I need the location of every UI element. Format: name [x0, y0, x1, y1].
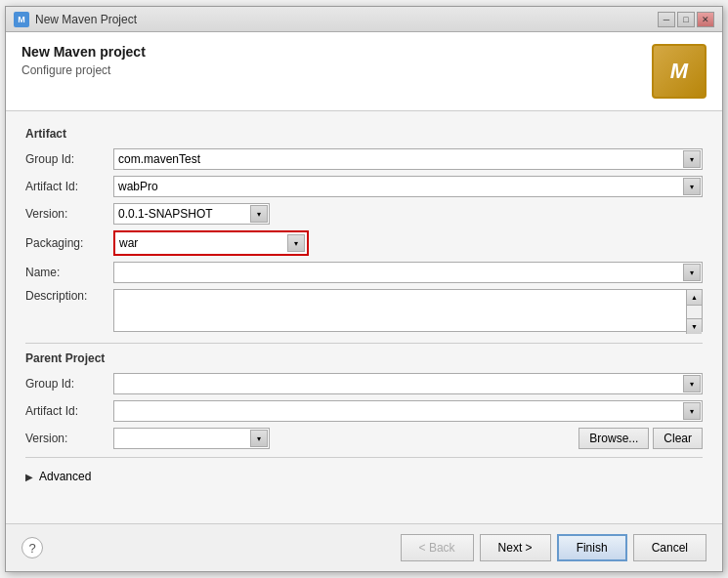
description-scrollbar: ▲ ▼	[686, 290, 702, 334]
minimize-button[interactable]: ─	[658, 12, 675, 27]
advanced-section[interactable]: ▶ Advanced	[25, 466, 703, 487]
packaging-row: Packaging: war jar ear pom ▾	[25, 230, 703, 256]
version-row: Version: ▾	[25, 203, 703, 225]
parent-version-field: ▾	[113, 428, 270, 449]
name-field: ▾	[113, 262, 703, 283]
next-button[interactable]: Next >	[480, 534, 551, 561]
artifact-id-field: ▾	[113, 176, 703, 197]
maven-logo: M	[652, 44, 707, 99]
parent-artifact-id-field: ▾	[113, 400, 703, 422]
divider-2	[25, 457, 703, 458]
artifact-id-row: Artifact Id: ▾	[25, 176, 703, 197]
parent-version-row: Version: ▾ Browse... Clear	[25, 428, 703, 449]
parent-project-label: Parent Project	[25, 351, 703, 365]
description-field: ▲ ▼	[113, 289, 703, 335]
group-id-input[interactable]	[113, 148, 703, 170]
cancel-button[interactable]: Cancel	[633, 534, 707, 561]
version-label: Version:	[25, 207, 113, 221]
maximize-button[interactable]: □	[677, 12, 695, 27]
parent-artifact-id-input[interactable]	[113, 400, 703, 422]
parent-group-id-row: Group Id: ▾	[25, 373, 703, 394]
parent-group-id-field: ▾	[113, 373, 703, 394]
browse-button[interactable]: Browse...	[578, 428, 649, 449]
divider-1	[25, 343, 703, 344]
name-input[interactable]	[113, 262, 703, 283]
description-row: Description: ▲ ▼	[25, 289, 703, 335]
window-title: New Maven Project	[35, 13, 137, 26]
parent-version-label: Version:	[25, 432, 113, 445]
artifact-id-input[interactable]	[113, 176, 703, 197]
clear-button[interactable]: Clear	[653, 428, 703, 449]
description-textarea[interactable]	[113, 289, 703, 332]
name-label: Name:	[25, 266, 113, 279]
parent-artifact-id-row: Artifact Id: ▾	[25, 400, 703, 422]
title-controls: ─ □ ✕	[658, 12, 714, 27]
parent-artifact-id-label: Artifact Id:	[25, 404, 113, 418]
packaging-field: war jar ear pom ▾	[113, 230, 309, 256]
maven-icon: M	[14, 12, 29, 27]
header-title: New Maven project	[21, 44, 146, 60]
scroll-up-button[interactable]: ▲	[687, 290, 702, 306]
advanced-triangle-icon: ▶	[25, 472, 33, 482]
title-bar: M New Maven Project ─ □ ✕	[6, 7, 722, 32]
name-row: Name: ▾	[25, 262, 703, 283]
group-id-row: Group Id: ▾	[25, 148, 703, 170]
title-bar-left: M New Maven Project	[14, 12, 137, 27]
parent-version-controls: ▾ Browse... Clear	[113, 428, 703, 449]
artifact-section-label: Artifact	[25, 127, 703, 141]
header-text: New Maven project Configure project	[21, 44, 146, 77]
content-area: Artifact Group Id: ▾ Artifact Id: ▾ Vers…	[6, 111, 722, 523]
footer-left: ?	[21, 537, 43, 558]
close-button[interactable]: ✕	[697, 12, 714, 27]
group-id-label: Group Id:	[25, 152, 113, 166]
help-button[interactable]: ?	[21, 537, 43, 558]
back-button[interactable]: < Back	[401, 534, 474, 561]
group-id-field: ▾	[113, 148, 703, 170]
parent-group-id-input[interactable]	[113, 373, 703, 394]
footer-area: ? < Back Next > Finish Cancel	[6, 523, 722, 571]
packaging-label: Packaging:	[25, 236, 113, 250]
advanced-label: Advanced	[39, 470, 91, 483]
scroll-down-button[interactable]: ▼	[687, 318, 702, 334]
footer-right: < Back Next > Finish Cancel	[401, 534, 707, 561]
artifact-id-label: Artifact Id:	[25, 180, 113, 193]
packaging-select[interactable]: war jar ear pom	[115, 232, 307, 254]
header-subtitle: Configure project	[21, 63, 146, 77]
version-field: ▾	[113, 203, 270, 225]
parent-version-input[interactable]	[113, 428, 270, 449]
description-label: Description:	[25, 289, 113, 303]
parent-group-id-label: Group Id:	[25, 377, 113, 391]
finish-button[interactable]: Finish	[557, 534, 627, 561]
header-area: New Maven project Configure project M	[6, 32, 722, 111]
dialog-window: M New Maven Project ─ □ ✕ New Maven proj…	[5, 6, 723, 572]
version-input[interactable]	[113, 203, 270, 225]
